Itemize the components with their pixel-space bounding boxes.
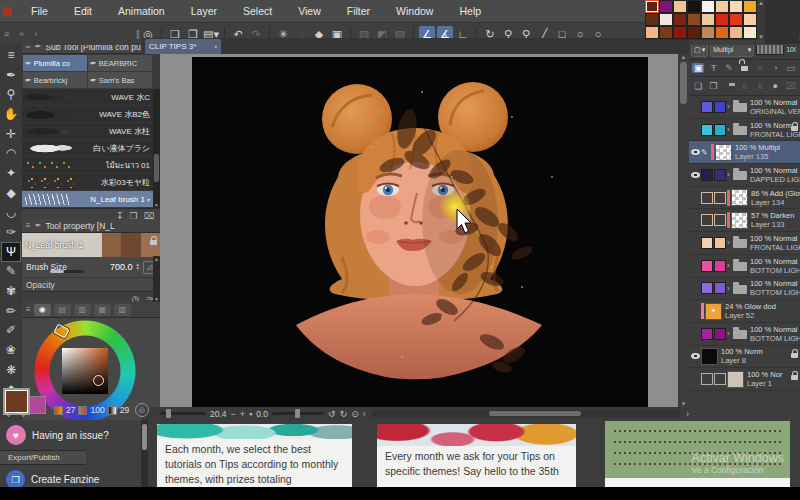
color-swatch[interactable] (715, 13, 729, 26)
layer-row[interactable]: 100 % NormLayer 8 (689, 346, 800, 369)
fit-window-button[interactable]: ▪ (249, 409, 252, 419)
tips-card-green[interactable]: Activar Windows Ve a Configuración (605, 421, 790, 487)
tips-card-themes[interactable]: Every month we ask for your Tips on spec… (377, 424, 576, 487)
color-swatch[interactable] (687, 13, 701, 26)
reference-layer-icon[interactable]: ◔ (769, 63, 781, 73)
zoom-in-button[interactable]: + (240, 409, 245, 419)
layer-row[interactable]: 86 % Add (GlowLayer 134 (689, 187, 800, 210)
lock-alpha-icon[interactable]: ⁘ (754, 63, 766, 73)
menu-window[interactable]: Window (383, 5, 446, 17)
panel-menu-icon[interactable]: ≡ (26, 305, 31, 314)
panel-expand-corner[interactable]: › (765, 0, 800, 44)
folder-expand-icon[interactable]: › (727, 170, 732, 179)
layer-row[interactable]: 100 % NorLayer 1 (689, 368, 800, 391)
zoom-slider[interactable] (160, 412, 206, 415)
color-swatch[interactable] (645, 0, 659, 13)
mask-icon[interactable]: Ŧ (707, 63, 719, 73)
folder-expand-icon[interactable]: › (727, 238, 732, 247)
color-swatch[interactable] (659, 26, 673, 39)
rotate-ccw-icon[interactable]: ↺ (328, 409, 336, 419)
color-swatch[interactable] (743, 26, 757, 39)
brush-size-value[interactable]: 700.0 (110, 262, 133, 272)
menu-toggle-icon[interactable]: ≡ (1, 45, 21, 65)
color-swatch[interactable] (743, 0, 757, 13)
layer-row[interactable]: ›100 % NormalORIGINAL VERSIO (689, 96, 800, 119)
layer-row[interactable]: ›100 % NormalBOTTOM LIGHT C (689, 278, 800, 301)
folder-expand-icon[interactable]: › (727, 261, 732, 270)
merge-down-icon[interactable]: ⇓ (754, 81, 766, 91)
brush-item[interactable]: 白い液体ブラシ (22, 140, 153, 157)
tab-color-set[interactable]: ▥ (74, 304, 91, 316)
eyedropper-tool[interactable]: ✑ (1, 222, 21, 242)
tab-intermediate-color[interactable]: ▧ (114, 304, 131, 316)
move-tool[interactable]: ✛ (1, 124, 21, 144)
canvas-hscrollbar[interactable] (372, 410, 680, 417)
visibility-slot[interactable] (690, 172, 700, 178)
layer-thumbnail[interactable] (731, 189, 748, 206)
reset-view-icon[interactable]: ⊙ (351, 409, 359, 419)
color-swatch[interactable] (645, 26, 659, 39)
color-swatch[interactable] (659, 13, 673, 26)
menu-layer[interactable]: Layer (178, 5, 230, 17)
decoration-tool[interactable]: ❀ (1, 340, 21, 360)
layer-color-thumb[interactable] (714, 328, 726, 340)
color-swatch[interactable] (687, 0, 701, 13)
delete-layer-icon[interactable]: ⌧ (785, 81, 797, 91)
brush-item[interactable]: WAVE 水C (22, 89, 153, 106)
color-swatch[interactable] (715, 26, 729, 39)
layer-row[interactable]: ›100 % NormalBOTTOM LIGHT (689, 323, 800, 346)
canvas-vscrollbar[interactable]: ▲ ▼ (678, 54, 689, 407)
layer-row[interactable]: ✎100 % MultiplLayer 135 (689, 141, 800, 164)
pattern-brush-tool[interactable]: ❋ (1, 360, 21, 380)
brush-item[interactable]: 水彩03モヤ粒 (22, 174, 153, 191)
color-swatch[interactable] (701, 0, 715, 13)
color-swatch[interactable] (673, 13, 687, 26)
layer-color-thumb[interactable] (701, 373, 713, 385)
menu-animation[interactable]: Animation (105, 5, 178, 17)
folder-expand-icon[interactable]: › (727, 284, 732, 293)
tab-color-wheel[interactable]: ◉ (34, 304, 51, 316)
zoom-out-button[interactable]: − (231, 409, 236, 419)
layer-thumbnail[interactable] (727, 371, 744, 388)
screentone-chips[interactable]: ∿∿ (4, 410, 33, 419)
having-issue-item[interactable]: ♥ Having an issue? (0, 420, 148, 450)
layer-color-thumb[interactable] (701, 260, 713, 272)
visibility-eye-icon[interactable] (691, 353, 700, 359)
brush-size-indicator[interactable] (50, 270, 84, 273)
color-swatch[interactable] (715, 0, 729, 13)
canvas-artwork[interactable] (192, 57, 648, 407)
pen-tool[interactable]: ✒ (1, 65, 21, 85)
color-swatch[interactable] (673, 26, 687, 39)
document-tab[interactable]: CLIP TIPS 3* ▪ (145, 39, 221, 54)
layer-thumbnail[interactable] (701, 348, 718, 365)
menu-file[interactable]: File (18, 5, 61, 17)
brush-preview[interactable]: N_Leaf brush 1 (22, 233, 160, 257)
tool-property-scrollbar[interactable]: ▲▼ (153, 256, 160, 302)
layer-color-thumb[interactable] (714, 124, 726, 136)
layer-thumbnail[interactable] (715, 144, 732, 161)
lock-layer-icon[interactable] (738, 63, 750, 73)
layer-row[interactable]: ›100 % NormalDAPPLED LIGHT (689, 164, 800, 187)
color-swatch[interactable] (659, 0, 673, 13)
layer-row[interactable]: ›100 % NormalFRONTAL LIGHT (689, 232, 800, 255)
saturation-value-square[interactable] (62, 348, 108, 394)
zoom-tool[interactable]: ⚲ (1, 84, 21, 104)
collapse-right-icon[interactable]: › (686, 409, 689, 419)
layer-row[interactable]: ✦24 % Glow dodLayer 52 (689, 300, 800, 323)
folder-expand-icon[interactable]: › (727, 329, 732, 338)
new-vector-layer-icon[interactable]: ❐ (707, 81, 719, 91)
layer-color-thumb[interactable] (714, 237, 726, 249)
color-swatch[interactable] (729, 13, 743, 26)
opacity-row[interactable]: Opacity (22, 277, 160, 291)
transfer-down-icon[interactable]: ⇩ (738, 81, 750, 91)
lock-icon[interactable] (150, 240, 157, 245)
subtool-tab[interactable]: ✒Plumilla co (23, 55, 87, 71)
tool-property-title[interactable]: ≡ ✒ Tool property [N_L (22, 219, 160, 233)
color-swatch[interactable] (701, 13, 715, 26)
ruler-icon[interactable]: ▭ (785, 63, 797, 73)
visibility-slot[interactable] (690, 149, 700, 155)
tips-card-monthly[interactable]: Each month, we select the best tutorials… (157, 424, 352, 487)
visibility-slot[interactable] (690, 353, 700, 359)
subtool-tab[interactable]: ✒BEARBRIC (88, 55, 152, 71)
layer-color-thumb[interactable] (714, 214, 726, 226)
